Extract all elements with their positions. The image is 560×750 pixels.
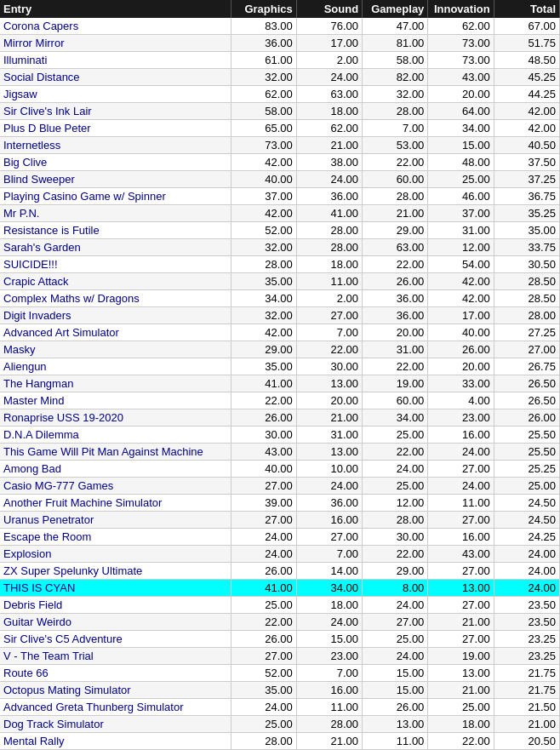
score-value: 21.00 [296,733,362,750]
score-value: 27.00 [363,614,428,631]
entry-name: Another Fruit Machine Simulator [0,495,231,512]
score-value: 28.50 [494,273,559,290]
entry-name: Explosion [0,546,231,563]
score-value: 40.00 [231,461,296,478]
entry-name: Guitar Weirdo [0,614,231,631]
score-value: 52.00 [231,665,296,682]
table-row: Escape the Room24.0027.0030.0016.0024.25 [0,529,560,546]
score-value: 54.00 [428,256,494,273]
entry-name: Ronaprise USS 19-2020 [0,409,231,427]
score-value: 36.00 [296,495,362,512]
score-value: 24.00 [231,529,296,546]
score-value: 21.00 [363,205,428,222]
score-value: 40.00 [231,171,296,188]
score-value: 25.00 [363,427,428,444]
score-value: 22.00 [231,392,296,409]
entry-name: Master Mind [0,392,231,409]
score-value: 21.00 [428,682,494,699]
score-value: 32.00 [231,69,296,86]
score-value: 51.75 [494,35,559,52]
score-value: 26.50 [494,392,559,409]
score-value: 42.00 [494,103,559,120]
table-row: V - The Team Trial27.0023.0024.0019.0023… [0,648,560,665]
score-value: 37.50 [494,154,559,171]
score-value: 42.00 [231,154,296,171]
score-value: 22.00 [296,341,362,358]
score-value: 17.00 [296,35,362,52]
table-row: Mr P.N.42.0041.0021.0037.0035.25 [0,205,560,222]
table-row: Master Mind22.0020.0060.004.0026.50 [0,392,560,409]
score-value: 28.00 [296,716,362,733]
score-value: 24.50 [494,512,559,529]
score-value: 19.00 [428,648,494,665]
score-value: 20.00 [428,86,494,103]
score-value: 25.00 [428,699,494,716]
score-value: 21.00 [296,137,362,154]
table-row: Sarah's Garden32.0028.0063.0012.0033.75 [0,239,560,256]
score-value: 27.25 [494,324,559,341]
score-value: 41.00 [231,375,296,392]
score-value: 7.00 [296,324,362,341]
score-value: 35.00 [231,358,296,375]
score-value: 22.00 [363,546,428,563]
score-value: 25.00 [494,478,559,495]
score-value: 7.00 [296,546,362,563]
score-value: 20.00 [296,392,362,409]
table-row: Mirror Mirror36.0017.0081.0073.0051.75 [0,35,560,52]
score-value: 33.00 [428,375,494,392]
score-value: 24.00 [231,699,296,716]
score-value: 28.00 [363,512,428,529]
table-row: Corona Capers83.0076.0047.0062.0067.00 [0,18,560,35]
score-value: 37.00 [428,205,494,222]
score-value: 24.00 [494,580,559,597]
score-value: 25.00 [428,171,494,188]
score-value: 20.50 [494,733,559,750]
entry-name: Internetless [0,137,231,154]
score-value: 27.00 [231,648,296,665]
score-value: 58.00 [231,103,296,120]
score-value: 27.00 [428,563,494,580]
score-value: 42.00 [231,324,296,341]
entry-name: Sir Clive's C5 Adventure [0,631,231,648]
score-value: 32.00 [231,239,296,256]
score-value: 31.00 [296,427,362,444]
table-row: THIS IS CYAN41.0034.008.0013.0024.00 [0,580,560,597]
score-value: 20.00 [363,324,428,341]
score-value: 22.00 [428,733,494,750]
score-value: 18.00 [428,716,494,733]
score-value: 27.00 [296,307,362,324]
score-value: 27.00 [428,461,494,478]
score-value: 35.00 [494,222,559,239]
col-header-gameplay: Gameplay [363,0,428,18]
score-value: 24.00 [428,478,494,495]
entry-name: Jigsaw [0,86,231,103]
score-value: 53.00 [363,137,428,154]
score-value: 11.00 [363,733,428,750]
score-value: 25.50 [494,427,559,444]
score-value: 82.00 [363,69,428,86]
score-value: 43.00 [231,444,296,461]
score-value: 40.50 [494,137,559,154]
score-value: 4.00 [428,392,494,409]
table-row: Internetless73.0021.0053.0015.0040.50 [0,137,560,154]
table-row: SUICIDE!!!28.0018.0022.0054.0030.50 [0,256,560,273]
score-value: 36.00 [363,290,428,307]
entry-name: Aliengun [0,358,231,375]
score-value: 26.00 [231,631,296,648]
score-value: 81.00 [363,35,428,52]
score-value: 45.25 [494,69,559,86]
score-value: 40.00 [428,324,494,341]
table-row: Dog Track Simulator25.0028.0013.0018.002… [0,716,560,733]
table-row: Among Bad40.0010.0024.0027.0025.25 [0,461,560,478]
entry-name: Advanced Greta Thunberg Simulator [0,699,231,716]
score-value: 25.00 [231,597,296,614]
score-value: 73.00 [428,52,494,69]
score-value: 33.75 [494,239,559,256]
score-value: 61.00 [231,52,296,69]
score-value: 14.00 [296,563,362,580]
col-header-sound: Sound [296,0,362,18]
entry-name: Complex Maths w/ Dragons [0,290,231,307]
entry-name: Corona Capers [0,18,231,35]
score-value: 11.00 [296,273,362,290]
table-row: Advanced Art Simulator42.007.0020.0040.0… [0,324,560,341]
